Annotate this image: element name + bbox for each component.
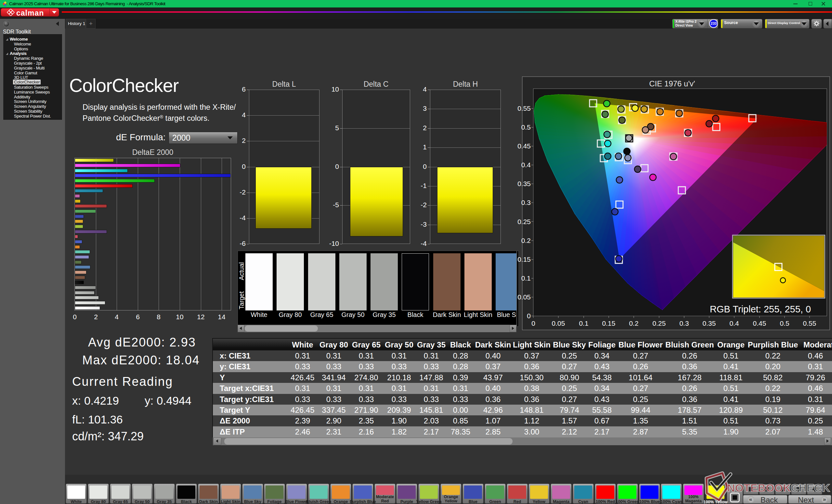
svg-text:0.45: 0.45 xyxy=(517,142,531,150)
svg-text:0.2: 0.2 xyxy=(521,237,531,244)
svg-text:0.4: 0.4 xyxy=(521,161,531,169)
svg-text:0.05: 0.05 xyxy=(552,319,565,327)
svg-text:0.1: 0.1 xyxy=(579,319,588,327)
svg-text:0.25: 0.25 xyxy=(653,319,666,327)
svg-text:0.2: 0.2 xyxy=(629,319,638,327)
svg-text:0.3: 0.3 xyxy=(521,199,531,206)
svg-text:NOTEBOOK: NOTEBOOK xyxy=(727,482,791,494)
svg-text:0.15: 0.15 xyxy=(517,256,531,263)
svg-text:0.45: 0.45 xyxy=(753,319,766,327)
svg-text:0: 0 xyxy=(527,312,531,319)
svg-text:0.3: 0.3 xyxy=(679,319,689,327)
svg-text:0.5: 0.5 xyxy=(521,123,531,131)
svg-text:0.05: 0.05 xyxy=(517,293,531,301)
svg-text:0.1: 0.1 xyxy=(521,274,531,282)
svg-text:0.35: 0.35 xyxy=(703,319,716,327)
svg-text:RGB Triplet: 255, 255, 0: RGB Triplet: 255, 255, 0 xyxy=(710,304,811,314)
svg-text:0.35: 0.35 xyxy=(517,180,531,187)
svg-text:0.4: 0.4 xyxy=(729,319,739,327)
svg-text:0.25: 0.25 xyxy=(517,218,531,225)
svg-text:0.5: 0.5 xyxy=(780,319,789,327)
svg-text:0.55: 0.55 xyxy=(517,105,531,112)
svg-text:CIE 1976 u'v': CIE 1976 u'v' xyxy=(649,79,695,88)
svg-text:0.15: 0.15 xyxy=(602,319,616,327)
svg-text:0.55: 0.55 xyxy=(803,319,816,327)
svg-text:0: 0 xyxy=(531,319,535,327)
svg-text:CHECK: CHECK xyxy=(791,482,830,494)
